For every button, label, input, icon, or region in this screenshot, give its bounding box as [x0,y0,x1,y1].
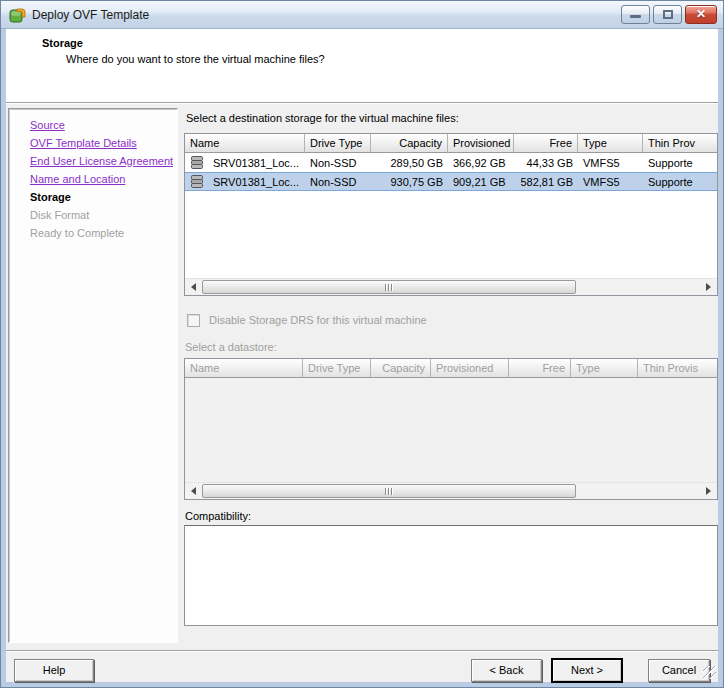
capacity-cell: 289,50 GB [371,157,448,169]
drive-type-cell: Non-SSD [305,176,371,188]
footer-separator [6,650,718,652]
thin-prov-cell: Supporte [643,176,717,188]
minimize-button[interactable] [621,5,650,24]
type-cell: VMFS5 [578,157,643,169]
drive-type-cell: Non-SSD [305,157,371,169]
disk-drive-icon [191,175,203,188]
back-button[interactable]: < Back [471,659,542,682]
page-title: Storage [42,37,718,49]
column-header-type: Type [571,359,638,377]
resize-grip[interactable] [703,666,716,679]
datastore-name-cell: SRV01381_Loc... [185,175,305,188]
step-header: Storage Where do you want to store the v… [6,29,718,102]
capacity-cell: 930,75 GB [371,176,448,188]
disable-sdrs-checkbox [187,314,200,327]
help-button[interactable]: Help [14,659,94,682]
datastore-name-cell: SRV01381_Loc... [185,156,305,169]
column-header-provisioned: Provisioned [431,359,509,377]
hscroll-thumb[interactable] [202,280,576,294]
datastore-name-text: SRV01381_Loc... [213,176,299,188]
provisioned-cell: 366,92 GB [448,157,514,169]
column-header-name[interactable]: Name [185,134,305,152]
vsphere-app-icon [9,6,26,23]
select-datastore-label: Select a datastore: [185,341,718,354]
destination-storage-label: Select a destination storage for the vir… [186,112,718,126]
dialog-footer: Help < Back Next > Cancel [6,645,718,682]
free-cell: 44,33 GB [514,157,578,169]
sidebar-item-source[interactable]: Source [30,116,177,134]
disable-sdrs-row: Disable Storage DRS for this virtual mac… [187,313,718,327]
hscroll-thumb[interactable] [202,484,576,498]
next-button[interactable]: Next > [552,659,622,682]
deploy-ovf-template-dialog: Deploy OVF Template ✕ Storage Where do y… [0,0,724,688]
close-icon: ✕ [686,6,716,23]
disk-drive-icon [191,156,203,169]
column-header-thin-prov: Thin Provis [638,359,717,377]
column-header-free[interactable]: Free [514,134,578,152]
datastore-table-empty-area [185,378,717,482]
datastore-table: Name Drive Type Capacity Provisioned Fre… [184,358,718,500]
storage-table-hscrollbar[interactable] [185,278,717,295]
datastore-row-2-selected[interactable]: SRV01381_Loc... Non-SSD 930,75 GB 909,21… [185,172,717,191]
column-header-name: Name [185,359,303,377]
storage-table-header: Name Drive Type Capacity Provisioned Fre… [185,134,717,153]
sidebar-item-storage: Storage [30,188,177,206]
maximize-icon [663,10,673,19]
column-header-capacity: Capacity [371,359,431,377]
column-header-capacity[interactable]: Capacity [371,134,448,152]
page-subtitle: Where do you want to store the virtual m… [66,53,718,65]
column-header-provisioned[interactable]: Provisioned [448,134,514,152]
left-arrow-icon[interactable] [185,483,202,499]
sidebar-item-eula[interactable]: End User License Agreement [30,152,177,170]
close-button[interactable]: ✕ [685,5,717,24]
title-bar: Deploy OVF Template ✕ [1,1,723,29]
thin-prov-cell: Supporte [643,157,717,169]
sidebar-item-disk-format: Disk Format [30,206,177,224]
column-header-drive-type: Drive Type [303,359,371,377]
free-cell: 582,81 GB [514,176,578,188]
storage-step-content: Select a destination storage for the vir… [184,104,718,645]
column-header-drive-type[interactable]: Drive Type [305,134,371,152]
disable-sdrs-label: Disable Storage DRS for this virtual mac… [209,314,427,326]
window-title: Deploy OVF Template [32,8,621,22]
datastore-table-header: Name Drive Type Capacity Provisioned Fre… [185,359,717,378]
maximize-button[interactable] [653,5,682,24]
compatibility-label: Compatibility: [185,510,718,524]
storage-table-empty-area [185,191,717,278]
destination-storage-table: Name Drive Type Capacity Provisioned Fre… [184,133,718,296]
wizard-steps-panel: Source OVF Template Details End User Lic… [8,108,178,643]
right-arrow-icon[interactable] [700,483,717,499]
datastore-name-text: SRV01381_Loc... [213,157,299,169]
column-header-thin-prov[interactable]: Thin Prov [643,134,717,152]
minimize-icon [630,15,641,18]
column-header-type[interactable]: Type [578,134,643,152]
compatibility-box [184,525,718,626]
column-header-free: Free [509,359,571,377]
sidebar-item-ovf-details[interactable]: OVF Template Details [30,134,177,152]
provisioned-cell: 909,21 GB [448,176,514,188]
type-cell: VMFS5 [578,176,643,188]
sidebar-item-ready: Ready to Complete [30,224,177,242]
datastore-table-hscrollbar[interactable] [185,482,717,499]
sidebar-item-name-location[interactable]: Name and Location [30,170,177,188]
cancel-button[interactable]: Cancel [648,659,710,682]
datastore-row-1[interactable]: SRV01381_Loc... Non-SSD 289,50 GB 366,92… [185,153,717,172]
left-arrow-icon[interactable] [185,279,202,295]
dialog-body: Storage Where do you want to store the v… [6,29,718,682]
right-arrow-icon[interactable] [700,279,717,295]
